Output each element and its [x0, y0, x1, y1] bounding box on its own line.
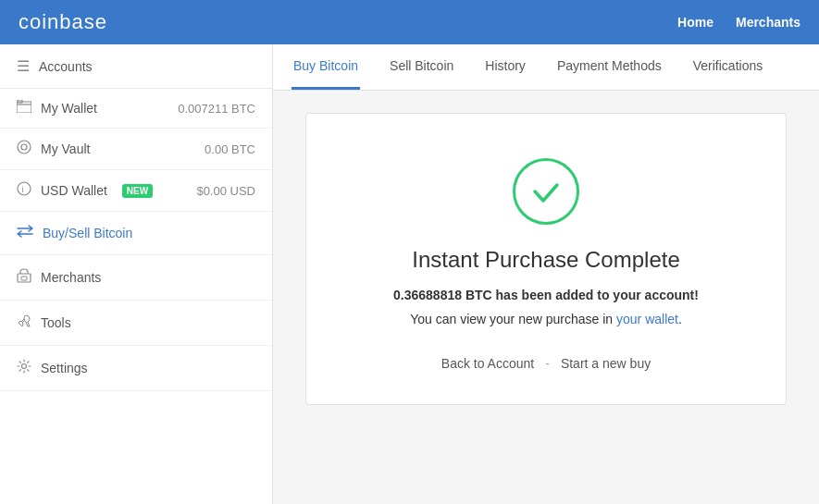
- merchants-icon: [17, 268, 31, 287]
- start-new-buy-link[interactable]: Start a new buy: [561, 356, 651, 371]
- wallet-icon: [17, 100, 31, 117]
- usd-wallet-name: USD Wallet: [41, 183, 107, 198]
- sidebar-buy-sell-label: Buy/Sell Bitcoin: [43, 226, 132, 240]
- wallet-link[interactable]: your wallet: [616, 312, 678, 326]
- description-suffix: .: [678, 312, 682, 326]
- sidebar: ☰ Accounts My Wallet 0.007211 BTC: [0, 44, 273, 504]
- nav-links: Home Merchants: [677, 15, 800, 30]
- content-area: Instant Purchase Complete 0.36688818 BTC…: [273, 91, 819, 427]
- vault-amount: 0.00 BTC: [205, 142, 255, 156]
- settings-icon: [17, 359, 31, 377]
- success-title: Instant Purchase Complete: [343, 247, 749, 273]
- wallet-item-usd-wallet[interactable]: i USD Wallet NEW $0.00 USD: [0, 170, 272, 212]
- sidebar-tools-label: Tools: [41, 315, 71, 330]
- sidebar-buy-sell[interactable]: Buy/Sell Bitcoin: [0, 212, 272, 255]
- tab-history[interactable]: History: [483, 44, 527, 90]
- new-badge: NEW: [122, 184, 153, 198]
- svg-point-4: [18, 182, 31, 195]
- success-description: You can view your new purchase in your w…: [343, 312, 749, 326]
- tabs-bar: Buy Bitcoin Sell Bitcoin History Payment…: [273, 44, 819, 91]
- success-card: Instant Purchase Complete 0.36688818 BTC…: [305, 113, 787, 405]
- tab-sell-bitcoin[interactable]: Sell Bitcoin: [388, 44, 455, 90]
- wallet-amount: 0.007211 BTC: [178, 102, 255, 116]
- buy-sell-icon: [17, 225, 33, 241]
- wallet-name: My Wallet: [41, 101, 97, 116]
- wallet-item-my-wallet[interactable]: My Wallet 0.007211 BTC: [0, 89, 272, 129]
- main-layout: ☰ Accounts My Wallet 0.007211 BTC: [0, 44, 819, 504]
- vault-name: My Vault: [41, 141, 90, 156]
- tab-verifications[interactable]: Verifications: [691, 44, 764, 90]
- nav-merchants[interactable]: Merchants: [736, 15, 800, 30]
- sidebar-tools[interactable]: Tools: [0, 301, 272, 346]
- svg-point-8: [22, 364, 27, 369]
- success-checkmark-icon: [513, 158, 579, 225]
- sidebar-settings-label: Settings: [41, 361, 88, 375]
- accounts-label: Accounts: [39, 59, 93, 74]
- usd-icon: i: [17, 181, 31, 200]
- success-actions: Back to Account - Start a new buy: [343, 356, 749, 371]
- accounts-header: ☰ Accounts: [0, 44, 272, 89]
- sidebar-merchants-label: Merchants: [41, 270, 101, 285]
- top-navigation: coinbase Home Merchants: [0, 0, 819, 44]
- svg-rect-6: [18, 274, 31, 282]
- svg-point-2: [18, 141, 31, 154]
- tools-icon: [17, 313, 31, 332]
- tab-buy-bitcoin[interactable]: Buy Bitcoin: [292, 44, 360, 90]
- sidebar-merchants[interactable]: Merchants: [0, 255, 272, 301]
- logo: coinbase: [19, 10, 107, 34]
- usd-amount: $0.00 USD: [196, 184, 255, 198]
- actions-divider: -: [545, 356, 550, 371]
- svg-rect-0: [17, 102, 31, 113]
- svg-text:i: i: [22, 185, 24, 194]
- description-prefix: You can view your new purchase in: [410, 312, 616, 326]
- vault-icon: [17, 140, 31, 158]
- tab-payment-methods[interactable]: Payment Methods: [555, 44, 664, 90]
- accounts-icon: ☰: [17, 57, 30, 75]
- nav-home[interactable]: Home: [677, 15, 714, 30]
- success-subtitle: 0.36688818 BTC has been added to your ac…: [343, 288, 749, 302]
- wallet-item-my-vault[interactable]: My Vault 0.00 BTC: [0, 129, 272, 170]
- svg-rect-7: [21, 277, 27, 280]
- main-content: Buy Bitcoin Sell Bitcoin History Payment…: [273, 44, 819, 504]
- sidebar-settings[interactable]: Settings: [0, 346, 272, 391]
- svg-point-3: [21, 144, 27, 150]
- back-to-account-link[interactable]: Back to Account: [441, 356, 534, 371]
